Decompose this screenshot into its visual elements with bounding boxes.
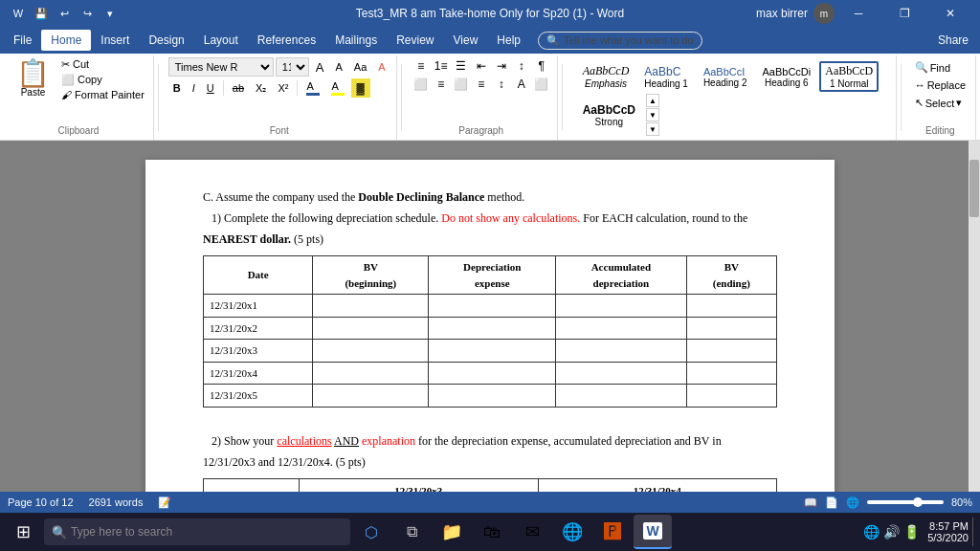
decrease-indent-button[interactable]: ⇤ <box>472 57 491 75</box>
zoom-thumb[interactable] <box>913 497 923 507</box>
editing-label: Editing <box>925 123 955 138</box>
style-heading1[interactable]: AaBbC Heading 1 <box>637 62 695 92</box>
justify-button[interactable]: ≡ <box>472 76 491 93</box>
customize-button[interactable]: ▾ <box>100 3 121 24</box>
align-right-button[interactable]: ⬜ <box>452 76 471 93</box>
save-button[interactable]: 💾 <box>31 3 52 24</box>
change-case-button[interactable]: Aa <box>349 57 371 77</box>
underline-button[interactable]: U <box>202 78 219 98</box>
menu-view[interactable]: View <box>444 30 488 51</box>
menu-help[interactable]: Help <box>487 30 530 51</box>
subscript-button[interactable]: X₂ <box>251 78 271 98</box>
menu-insert[interactable]: Insert <box>91 30 139 51</box>
table-row: 12/31/20x1 <box>204 295 777 318</box>
select-button[interactable]: ↖ Select ▾ <box>911 95 969 111</box>
view-web-button[interactable]: 🌐 <box>846 496 859 509</box>
format-painter-button[interactable]: 🖌 Format Painter <box>58 88 147 101</box>
accum-dep-cell <box>556 295 686 318</box>
minimize-button[interactable]: ─ <box>836 0 880 27</box>
italic-button[interactable]: I <box>188 78 200 98</box>
start-button[interactable]: ⊞ <box>4 515 42 549</box>
style-normal[interactable]: AaBbCcD 1 Normal <box>819 61 879 92</box>
font-size-select[interactable]: 11 <box>276 57 309 77</box>
taskbar-app-cortana[interactable]: ⬡ <box>352 515 390 549</box>
find-label: Find <box>930 62 950 74</box>
line-spacing-button[interactable]: ↕ <box>492 76 511 93</box>
view-print-button[interactable]: 📄 <box>825 496 838 509</box>
time-display: 8:57 PM <box>927 520 969 532</box>
user-avatar[interactable]: m <box>813 3 835 24</box>
document-page[interactable]: C. Assume the company used the Double De… <box>145 160 835 492</box>
undo-button[interactable]: ↩ <box>54 3 75 24</box>
table-header-bv-begin: BV(beginning) <box>313 256 429 295</box>
sound-icon[interactable]: 🔊 <box>883 524 900 540</box>
superscript-button[interactable]: X² <box>273 78 293 98</box>
styles-scroll-up[interactable]: ▲ <box>646 94 659 107</box>
borders-button[interactable]: ⬜ <box>532 76 551 93</box>
zoom-slider[interactable] <box>867 500 944 504</box>
style-strong[interactable]: AaBbCcD Strong <box>576 100 642 130</box>
show-desktop-button[interactable] <box>972 518 976 546</box>
taskbar-app-explorer[interactable]: 📁 <box>433 515 471 549</box>
decrease-font-button[interactable]: A <box>330 57 346 77</box>
paste-button[interactable]: 📋 Paste <box>10 57 56 100</box>
menu-design[interactable]: Design <box>139 30 193 51</box>
show-formatting-button[interactable]: ¶ <box>532 57 551 75</box>
highlight-button[interactable]: A <box>326 78 349 98</box>
align-left-button[interactable]: ⬜ <box>412 76 431 93</box>
text-effects-button[interactable]: A <box>373 57 390 77</box>
taskbar-app-word[interactable]: W <box>634 515 672 549</box>
menu-references[interactable]: References <box>248 30 325 51</box>
share-button[interactable]: Share <box>930 33 976 47</box>
taskbar-app-taskview[interactable]: ⧉ <box>392 515 431 549</box>
taskbar-search-box[interactable]: 🔍 <box>44 518 350 545</box>
table-row: 12/31/20x2 <box>204 317 777 340</box>
find-button[interactable]: 🔍 Find <box>911 59 969 76</box>
style-heading2[interactable]: AaBbCcI Heading 2 <box>697 63 754 91</box>
increase-font-button[interactable]: A <box>311 57 329 77</box>
shading-button[interactable]: ▓ <box>351 78 370 98</box>
taskbar-search-icon: 🔍 <box>52 525 67 540</box>
font-color-button[interactable]: A <box>301 78 324 98</box>
menu-file[interactable]: File <box>4 30 41 51</box>
style-emphasis[interactable]: AaBbCcD Emphasis <box>576 61 636 92</box>
tell-me-box[interactable]: 🔍 Tell me what you want to do <box>538 32 702 50</box>
sort-button[interactable]: ↕ <box>512 57 531 75</box>
taskbar-app-store[interactable]: 🛍 <box>473 515 511 549</box>
scrollbar-thumb[interactable] <box>969 160 979 217</box>
styles-scroll-down[interactable]: ▼ <box>646 108 659 121</box>
cut-button[interactable]: ✂ Cut <box>58 57 147 72</box>
vertical-scrollbar[interactable] <box>969 141 980 492</box>
align-center-button[interactable]: ≡ <box>432 76 451 93</box>
battery-icon[interactable]: 🔋 <box>903 524 920 540</box>
increase-indent-button[interactable]: ⇥ <box>492 57 511 75</box>
replace-button[interactable]: ↔ Replace <box>911 77 969 93</box>
restore-button[interactable]: ❐ <box>882 0 926 27</box>
taskbar-app-edge[interactable]: 🌐 <box>553 515 591 549</box>
view-read-button[interactable]: 📖 <box>804 496 817 509</box>
shading-para-button[interactable]: A <box>512 76 531 93</box>
bullets-button[interactable]: ≡ <box>412 57 431 75</box>
menu-mailings[interactable]: Mailings <box>325 30 387 51</box>
clipboard-label: Clipboard <box>58 123 100 138</box>
taskbar-app-powerpoint[interactable]: 🅿 <box>593 515 632 549</box>
close-button[interactable]: ✕ <box>928 0 972 27</box>
styles-expand[interactable]: ▼ <box>646 122 659 136</box>
taskbar-search-input[interactable] <box>71 525 343 539</box>
redo-button[interactable]: ↪ <box>77 3 98 24</box>
taskbar-app-mail[interactable]: ✉ <box>513 515 551 549</box>
numbering-button[interactable]: 1≡ <box>432 57 451 75</box>
network-icon[interactable]: 🌐 <box>863 524 880 540</box>
date-cell: 12/31/20x5 <box>204 385 313 408</box>
bold-button[interactable]: B <box>168 78 186 98</box>
menu-home[interactable]: Home <box>41 30 91 51</box>
style-heading6[interactable]: AaBbCcDi Heading 6 <box>755 63 817 91</box>
menu-review[interactable]: Review <box>387 30 443 51</box>
bv-end-cell <box>686 295 776 318</box>
menu-layout[interactable]: Layout <box>194 30 248 51</box>
strikethrough-button[interactable]: ab <box>228 78 249 98</box>
font-family-select[interactable]: Times New R <box>168 57 274 77</box>
multilevel-button[interactable]: ☰ <box>452 57 471 75</box>
copy-button[interactable]: ⬜ Copy <box>58 73 147 87</box>
ribbon-paragraph-group: ≡ 1≡ ☰ ⇤ ⇥ ↕ ¶ ⬜ ≡ ⬜ ≡ ↕ A ⬜ P <box>406 55 558 140</box>
